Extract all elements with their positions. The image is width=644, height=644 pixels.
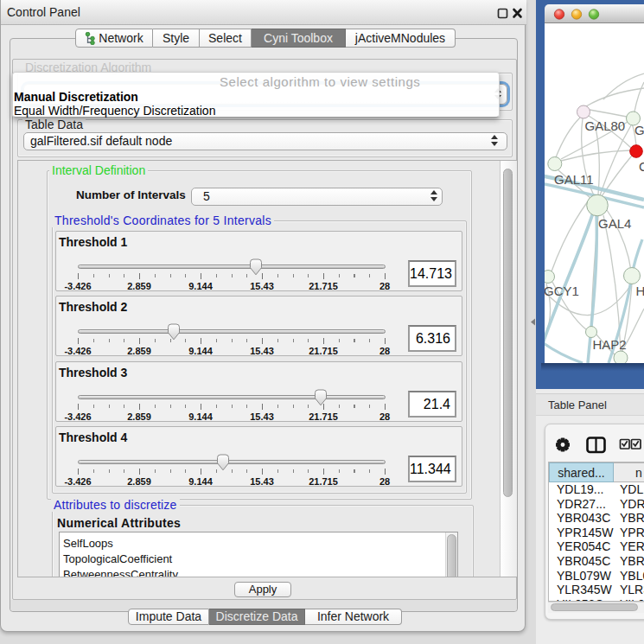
svg-text:H: H [636, 284, 644, 298]
svg-text:C: C [639, 159, 644, 174]
svg-text:HAP2: HAP2 [593, 337, 627, 352]
svg-text:GAL4: GAL4 [598, 216, 631, 231]
svg-text:GA: GA [634, 123, 644, 137]
svg-text:GCY1: GCY1 [545, 284, 579, 298]
svg-text:GAL11: GAL11 [554, 172, 594, 187]
svg-text:GAL80: GAL80 [585, 118, 626, 133]
